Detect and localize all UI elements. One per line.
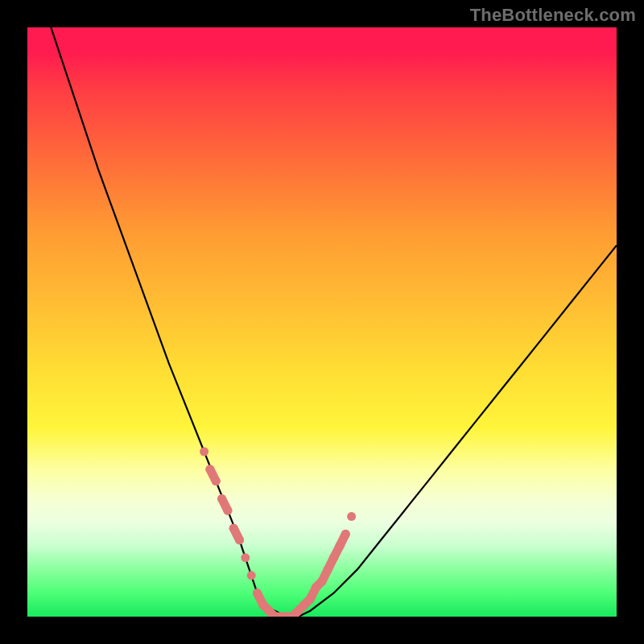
marker-point <box>217 494 226 503</box>
marker-point <box>253 588 262 597</box>
marker-point <box>223 506 232 515</box>
watermark-text: TheBottleneck.com <box>470 5 636 26</box>
marker-point <box>241 553 250 562</box>
curve-layer <box>51 27 617 617</box>
marker-point <box>306 595 315 604</box>
marker-point <box>324 565 332 574</box>
bottleneck-curve <box>51 27 617 617</box>
marker-point <box>235 535 244 544</box>
marker-layer <box>200 448 356 617</box>
marker-point <box>205 465 214 474</box>
plot-area <box>27 27 617 617</box>
marker-point <box>229 524 238 533</box>
marker-point <box>247 571 256 580</box>
marker-point <box>336 542 345 551</box>
marker-point <box>200 448 208 456</box>
marker-point <box>341 530 350 539</box>
marker-point <box>212 477 221 485</box>
marker-point <box>329 553 338 562</box>
marker-point <box>347 512 356 521</box>
marker-point <box>318 577 327 586</box>
bottleneck-chart <box>27 27 617 617</box>
